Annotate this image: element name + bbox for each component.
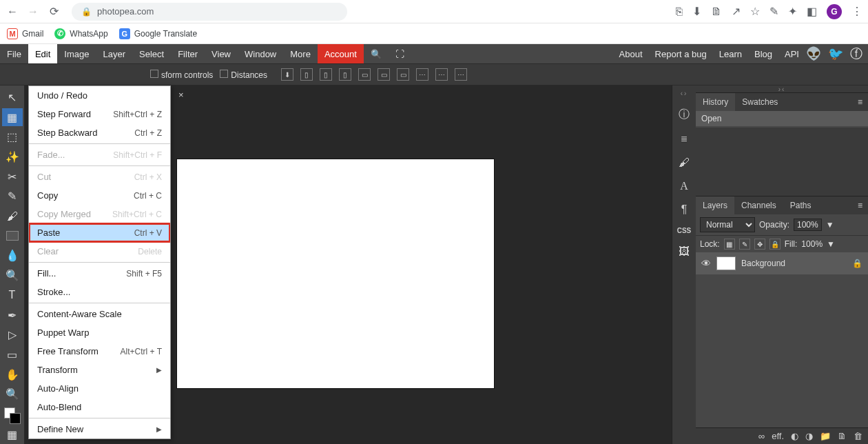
path-select-tool[interactable]: ▷ xyxy=(2,325,23,344)
layers-panel-menu-icon[interactable]: ≡ xyxy=(852,201,868,210)
more-options-icon[interactable]: ⋯ xyxy=(455,68,467,81)
document-tab[interactable]: × xyxy=(173,85,189,103)
edit-menu-stroke[interactable]: Stroke... xyxy=(29,283,170,301)
eyedropper-tool[interactable]: ✎ xyxy=(2,188,23,206)
distribute-v-icon[interactable]: ⋯ xyxy=(435,68,448,81)
quickmask-tool[interactable]: ▦ xyxy=(2,425,23,444)
reddit-icon[interactable]: 👽 xyxy=(806,46,821,61)
bookmark-gmail[interactable]: M Gmail xyxy=(7,28,43,39)
adjustment-layer-icon[interactable]: ◑ xyxy=(805,431,813,441)
option-distances[interactable]: Distances xyxy=(220,70,267,80)
menu-layer[interactable]: Layer xyxy=(96,44,133,63)
menu-select[interactable]: Select xyxy=(132,44,171,63)
link-api[interactable]: API xyxy=(785,49,799,59)
swatch-tool[interactable] xyxy=(2,227,23,245)
brush-tool[interactable]: 🖌 xyxy=(2,207,23,225)
artboard-tool[interactable]: ▦ xyxy=(2,108,23,127)
edit-menu-content-aware-scale[interactable]: Content-Aware Scale xyxy=(29,305,170,323)
edit-menu-auto-blend[interactable]: Auto-Blend xyxy=(29,398,170,416)
forward-button[interactable]: → xyxy=(26,5,40,19)
edit-menu-auto-align[interactable]: Auto-Align xyxy=(29,379,170,398)
css-panel-icon[interactable]: CSS xyxy=(677,227,692,234)
extensions-icon[interactable]: ✦ xyxy=(788,5,797,18)
move-tool[interactable]: ↖ xyxy=(2,88,23,107)
paragraph-panel-icon[interactable]: ¶ xyxy=(681,203,688,216)
layer-effects-label[interactable]: eff. xyxy=(772,431,784,441)
edit-menu-free-transform[interactable]: Free TransformAlt+Ctrl + T xyxy=(29,342,170,361)
canvas[interactable] xyxy=(177,159,494,388)
delete-layer-icon[interactable]: 🗑 xyxy=(854,431,862,441)
edit-menu-puppet-warp[interactable]: Puppet Warp xyxy=(29,323,170,342)
option-transform-controls[interactable]: sform controls xyxy=(150,70,213,80)
tab-swatches[interactable]: Swatches xyxy=(735,93,785,111)
wand-tool[interactable]: ✨ xyxy=(2,148,23,166)
opacity-value[interactable]: 100% xyxy=(794,219,822,231)
panel-collapse-handle[interactable]: ›‹ xyxy=(696,85,868,92)
bookmark-whatsapp[interactable]: ✆ WhatsApp xyxy=(54,28,107,39)
link-report-bug[interactable]: Report a bug xyxy=(655,49,707,59)
edit-menu-fill[interactable]: Fill...Shift + F5 xyxy=(29,264,170,283)
close-tab-icon[interactable]: × xyxy=(178,90,184,100)
facebook-icon[interactable]: ⓕ xyxy=(850,46,862,62)
link-learn[interactable]: Learn xyxy=(719,49,742,59)
hand-tool[interactable]: ✋ xyxy=(2,365,23,384)
layer-locked-icon[interactable]: 🔒 xyxy=(852,259,862,268)
zoom-tool[interactable]: 🔍 xyxy=(2,385,23,404)
fill-value[interactable]: 100% xyxy=(801,239,823,249)
edit-menu-copy[interactable]: CopyCtrl + C xyxy=(29,186,170,205)
sidepanel-icon[interactable]: ◧ xyxy=(807,5,817,18)
page-icon[interactable]: 🗎 xyxy=(711,6,722,18)
crop-tool[interactable]: ✂ xyxy=(2,168,23,186)
edit-menu-transform[interactable]: Transform▶ xyxy=(29,361,170,379)
link-layers-icon[interactable]: ∞ xyxy=(758,431,765,441)
layer-row-background[interactable]: 👁 Background 🔒 xyxy=(696,252,868,274)
menu-more[interactable]: More xyxy=(283,44,318,63)
blur-tool[interactable]: 💧 xyxy=(2,247,23,265)
eyedropper-ext-icon[interactable]: ✎ xyxy=(769,5,778,18)
profile-avatar[interactable]: G xyxy=(827,4,842,19)
tab-history[interactable]: History xyxy=(696,93,735,111)
marquee-tool[interactable]: ⬚ xyxy=(2,128,23,146)
align-center-h-icon[interactable]: ▯ xyxy=(320,68,332,81)
edit-menu-step-forward[interactable]: Step ForwardShift+Ctrl + Z xyxy=(29,105,170,123)
menu-edit[interactable]: Edit xyxy=(28,44,57,63)
edit-menu-define-new[interactable]: Define New▶ xyxy=(29,420,170,438)
bookmark-google-translate[interactable]: G Google Translate xyxy=(119,28,197,39)
share-icon[interactable]: ↗ xyxy=(732,5,741,18)
fgbg-swatch[interactable] xyxy=(2,405,23,424)
kebab-menu-icon[interactable]: ⋮ xyxy=(851,5,862,18)
align-left-icon[interactable]: ▯ xyxy=(300,68,313,81)
shape-tool[interactable]: ▭ xyxy=(2,345,23,364)
tab-channels[interactable]: Channels xyxy=(734,196,783,214)
history-entry-open[interactable]: Open xyxy=(696,111,868,126)
align-download-icon[interactable]: ⬇ xyxy=(281,68,293,81)
edit-menu-step-backward[interactable]: Step BackwardCtrl + Z xyxy=(29,123,170,142)
fill-dropdown-icon[interactable]: ▼ xyxy=(827,239,835,249)
layer-thumbnail[interactable] xyxy=(716,256,736,270)
align-bottom-icon[interactable]: ▭ xyxy=(397,68,409,81)
text-tool[interactable]: T xyxy=(2,286,23,305)
layer-mask-icon[interactable]: ◐ xyxy=(791,431,798,441)
layer-visibility-icon[interactable]: 👁 xyxy=(701,258,711,269)
install-icon[interactable]: ⎘ xyxy=(676,6,683,18)
character-panel-icon[interactable]: A xyxy=(680,180,688,192)
bookmark-star-icon[interactable]: ☆ xyxy=(750,5,760,18)
twitter-icon[interactable]: 🐦 xyxy=(828,46,843,61)
lock-brush-icon[interactable]: ✎ xyxy=(739,239,750,250)
reload-button[interactable]: ⟳ xyxy=(47,5,61,19)
info-panel-icon[interactable]: ⓘ xyxy=(679,108,690,122)
brush-panel-icon[interactable]: 🖌 xyxy=(679,157,690,169)
menu-account[interactable]: Account xyxy=(318,44,364,63)
align-top-icon[interactable]: ▭ xyxy=(358,68,371,81)
blend-mode-select[interactable]: Normal xyxy=(700,217,755,232)
edit-menu-undo-redo[interactable]: Undo / Redo xyxy=(29,86,170,105)
image-panel-icon[interactable]: 🖼 xyxy=(679,245,690,258)
lock-all-icon[interactable]: 🔒 xyxy=(769,239,781,250)
menubar-fullscreen-icon[interactable]: ⛶ xyxy=(389,44,411,63)
align-right-icon[interactable]: ▯ xyxy=(339,68,351,81)
address-bar[interactable]: 🔒 photopea.com xyxy=(72,3,347,21)
adjustments-panel-icon[interactable]: ≡ xyxy=(681,133,687,145)
menu-file[interactable]: File xyxy=(0,44,28,63)
tab-layers[interactable]: Layers xyxy=(696,196,734,214)
menu-filter[interactable]: Filter xyxy=(171,44,205,63)
